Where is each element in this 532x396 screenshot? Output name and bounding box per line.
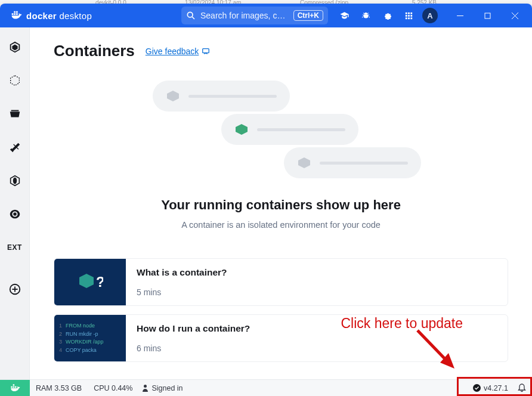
give-feedback-link[interactable]: Give feedback bbox=[146, 47, 211, 56]
sidebar-images[interactable] bbox=[6, 72, 24, 89]
svg-rect-6 bbox=[408, 15, 410, 17]
svg-rect-4 bbox=[410, 12, 412, 14]
minimize-button[interactable] bbox=[446, 4, 474, 27]
person-icon bbox=[142, 384, 149, 392]
learning-card[interactable]: ? What is a container? 5 mins bbox=[54, 258, 508, 306]
svg-point-15 bbox=[13, 178, 16, 184]
search-shortcut: Ctrl+K bbox=[293, 10, 323, 21]
svg-rect-10 bbox=[410, 17, 412, 19]
feedback-icon bbox=[202, 47, 210, 55]
signin-status[interactable]: Signed in bbox=[142, 384, 183, 392]
card-thumbnail: ? bbox=[54, 259, 126, 305]
maximize-button[interactable] bbox=[474, 4, 501, 27]
version-status[interactable]: v4.27.1 bbox=[469, 384, 512, 392]
card-title: What is a container? bbox=[137, 267, 497, 278]
cpu-usage[interactable]: CPU 0.44% bbox=[88, 384, 138, 392]
card-duration: 5 mins bbox=[137, 287, 497, 297]
svg-rect-5 bbox=[405, 15, 407, 17]
bell-icon bbox=[518, 383, 526, 392]
titlebar-actions: A bbox=[336, 8, 438, 23]
main-content: Containers Give feedback Your running co… bbox=[30, 27, 532, 379]
sidebar-dev-env[interactable] bbox=[6, 172, 24, 190]
page-title: Containers bbox=[54, 42, 135, 60]
svg-rect-7 bbox=[410, 15, 412, 17]
check-circle-icon bbox=[473, 384, 481, 392]
close-button[interactable] bbox=[501, 4, 528, 27]
search-icon bbox=[186, 11, 196, 20]
sidebar-add-extension[interactable] bbox=[6, 280, 24, 298]
search-box[interactable]: Search for images, c… Ctrl+K bbox=[181, 7, 328, 24]
bug-icon[interactable] bbox=[358, 8, 373, 23]
container-icon bbox=[297, 157, 311, 169]
sidebar-builds[interactable] bbox=[6, 138, 24, 156]
svg-text:?: ? bbox=[96, 274, 103, 290]
settings-icon[interactable] bbox=[379, 8, 395, 23]
search-placeholder: Search for images, c… bbox=[200, 11, 289, 20]
container-icon bbox=[166, 90, 180, 102]
svg-rect-8 bbox=[405, 17, 407, 19]
svg-rect-3 bbox=[408, 12, 410, 14]
statusbar: RAM 3.53 GB CPU 0.44% Signed in v4.27.1 bbox=[0, 379, 532, 396]
empty-state-illustration bbox=[54, 81, 508, 181]
container-icon bbox=[234, 123, 249, 135]
titlebar: docker desktop Search for images, c… Ctr… bbox=[0, 4, 532, 27]
sidebar-volumes[interactable] bbox=[6, 105, 24, 123]
sidebar-containers[interactable] bbox=[6, 38, 24, 56]
svg-point-21 bbox=[144, 385, 147, 388]
avatar[interactable]: A bbox=[422, 8, 438, 23]
window-controls bbox=[446, 4, 528, 27]
svg-rect-12 bbox=[485, 13, 490, 18]
docker-desktop-window: docker desktop Search for images, c… Ctr… bbox=[0, 4, 532, 396]
empty-state-subtitle: A container is an isolated environment f… bbox=[54, 220, 508, 230]
sidebar: EXT bbox=[0, 27, 30, 379]
grid-menu-icon[interactable] bbox=[401, 8, 416, 23]
svg-rect-2 bbox=[405, 12, 407, 14]
learning-icon[interactable] bbox=[336, 8, 352, 23]
card-title: How do I run a container? bbox=[137, 323, 497, 334]
learning-card[interactable]: 1FROM node 2RUN mkdir -p 3WORKDIR /app 4… bbox=[54, 314, 508, 362]
notifications-button[interactable] bbox=[512, 383, 532, 392]
sidebar-scout[interactable] bbox=[6, 205, 24, 223]
card-duration: 6 mins bbox=[137, 344, 497, 353]
svg-point-0 bbox=[187, 12, 193, 17]
empty-state-title: Your running containers show up here bbox=[54, 197, 508, 213]
app-logo[interactable]: docker desktop bbox=[10, 9, 92, 22]
docker-whale-icon bbox=[9, 382, 21, 394]
engine-status[interactable] bbox=[0, 380, 30, 396]
ram-usage[interactable]: RAM 3.53 GB bbox=[30, 384, 88, 392]
sidebar-extensions[interactable]: EXT bbox=[6, 239, 24, 256]
svg-rect-9 bbox=[408, 17, 410, 19]
card-thumbnail: 1FROM node 2RUN mkdir -p 3WORKDIR /app 4… bbox=[54, 315, 126, 361]
svg-line-1 bbox=[192, 17, 194, 19]
svg-rect-19 bbox=[203, 48, 209, 52]
docker-whale-icon bbox=[10, 9, 23, 22]
